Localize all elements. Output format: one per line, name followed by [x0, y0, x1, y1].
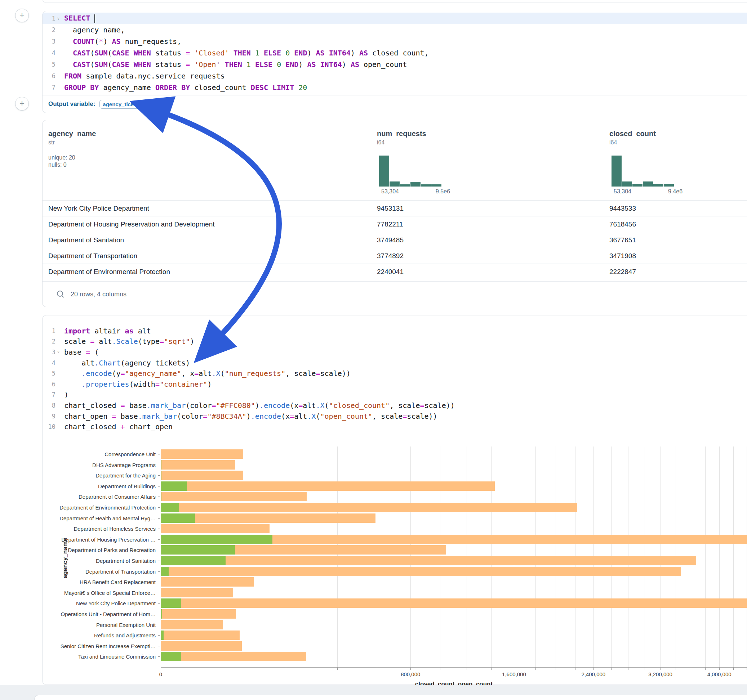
bar-closed-count[interactable]: [161, 460, 235, 469]
y-axis-label: Taxi and Limousine Commission: [42, 654, 156, 659]
code-line-3[interactable]: 3∨base = (: [42, 347, 747, 358]
bar-closed-count[interactable]: [161, 471, 243, 480]
bar-open-count[interactable]: [161, 652, 181, 661]
add-cell-button-top[interactable]: +: [15, 9, 29, 22]
bar-open-count[interactable]: [161, 599, 181, 608]
bar-open-count[interactable]: [161, 460, 162, 469]
bar-closed-count[interactable]: [161, 588, 233, 597]
bar-closed-count[interactable]: [161, 599, 747, 608]
y-axis-label: Department of Consumer Affairs: [42, 494, 156, 499]
column-stat: nulls: 0: [48, 162, 96, 168]
line-number: 4: [42, 49, 56, 57]
code-text: alt.Chart(agency_tickets): [61, 359, 190, 367]
bar-closed-count[interactable]: [161, 652, 306, 661]
output-variable-pill[interactable]: agency_tickets: [100, 100, 144, 109]
table-body: New York City Police Department945313194…: [42, 200, 747, 282]
result-table: agency_namestrunique: 20nulls: 0num_requ…: [42, 120, 747, 307]
bar-open-count[interactable]: [161, 492, 162, 501]
bar-open-count[interactable]: [161, 471, 162, 480]
add-cell-button-output[interactable]: +: [15, 97, 29, 110]
column-type: i64: [377, 139, 426, 146]
code-line-9[interactable]: 9chart_open = base.mark_bar(color="#8BC3…: [42, 411, 747, 422]
line-number: 4: [42, 359, 56, 367]
y-axis-tick: [158, 539, 160, 540]
y-axis-tick: [158, 656, 160, 657]
code-text: chart_closed + chart_open: [61, 422, 172, 431]
table-cell: 9443533: [609, 205, 747, 213]
bar-open-count[interactable]: [161, 545, 235, 555]
code-text: import altair as alt: [61, 327, 151, 335]
x-axis-tick-label: 800,000: [401, 671, 420, 677]
bar-closed-count[interactable]: [161, 641, 242, 651]
histogram-max-label: 9.4e6: [668, 188, 682, 195]
bar-closed-count[interactable]: [161, 631, 240, 640]
code-line-5[interactable]: 5 CAST(SUM(CASE WHEN status = 'Open' THE…: [42, 59, 747, 70]
bar-closed-count[interactable]: [161, 450, 243, 459]
column-header-num_requests[interactable]: num_requestsi64: [377, 130, 426, 146]
code-line-1[interactable]: 1import altair as alt: [42, 326, 747, 336]
code-line-1[interactable]: 1∨SELECT: [42, 13, 747, 24]
column-header-closed_count[interactable]: closed_counti64: [609, 130, 656, 146]
bar-open-count[interactable]: [161, 556, 225, 565]
bar-closed-count[interactable]: [161, 620, 223, 629]
bar-closed-count[interactable]: [161, 577, 254, 587]
sql-code-editor[interactable]: 1∨SELECT 2 agency_name,3 COUNT(*) AS num…: [42, 13, 747, 93]
x-axis-tick: [575, 668, 576, 670]
table-row[interactable]: Department of Transportation377489234719…: [42, 248, 747, 264]
y-axis-label: Department of Health and Mental Hyg…: [42, 516, 156, 521]
bar-open-count[interactable]: [161, 609, 162, 619]
y-axis-label: Correspondence Unit: [42, 451, 156, 457]
code-text: SELECT: [61, 14, 95, 23]
table-row[interactable]: Department of Housing Preservation and D…: [42, 216, 747, 232]
bar-closed-count[interactable]: [161, 556, 696, 565]
code-line-7[interactable]: 7GROUP BY agency_name ORDER BY closed_co…: [42, 82, 747, 93]
code-line-4[interactable]: 4 CAST(SUM(CASE WHEN status = 'Closed' T…: [42, 47, 747, 59]
bar-open-count[interactable]: [161, 567, 169, 576]
y-axis-tick: [158, 625, 160, 625]
code-text: FROM sample_data.nyc.service_requests: [61, 72, 225, 80]
bar-closed-count[interactable]: [161, 609, 236, 619]
y-axis-label: Department of Buildings: [42, 484, 156, 489]
column-header-agency_name[interactable]: agency_namestrunique: 20nulls: 0: [48, 130, 96, 168]
python-code-editor[interactable]: 1import altair as alt2scale = alt.Scale(…: [42, 326, 747, 432]
y-axis-label: Mayorâ€ s Office of Special Enforce…: [42, 590, 156, 596]
bar-closed-count[interactable]: [161, 524, 269, 533]
code-line-4[interactable]: 4 alt.Chart(agency_tickets): [42, 358, 747, 368]
x-axis-tick: [491, 668, 491, 670]
x-axis-tick: [691, 668, 691, 670]
code-line-2[interactable]: 2 agency_name,: [42, 24, 747, 36]
y-axis-label: Senior Citizen Rent Increase Exempti…: [42, 643, 156, 649]
y-axis-tick: [158, 550, 160, 550]
code-line-7[interactable]: 7): [42, 389, 747, 400]
bar-open-count[interactable]: [161, 631, 163, 640]
code-line-6[interactable]: 6FROM sample_data.nyc.service_requests: [42, 70, 747, 82]
line-number: 3: [42, 38, 56, 45]
bar-closed-count[interactable]: [161, 503, 577, 512]
bar-open-count[interactable]: [161, 503, 179, 512]
bar-open-count[interactable]: [161, 535, 272, 544]
code-line-6[interactable]: 6 .properties(width="container"): [42, 379, 747, 389]
table-row[interactable]: New York City Police Department945313194…: [42, 200, 747, 216]
x-axis-tick: [611, 668, 611, 670]
x-axis-tick: [535, 668, 536, 670]
code-line-8[interactable]: 8chart_closed = base.mark_bar(color="#FF…: [42, 400, 747, 411]
bar-closed-count[interactable]: [161, 481, 495, 491]
bar-open-count[interactable]: [161, 513, 195, 523]
table-row[interactable]: Department of Sanitation37494853677651: [42, 232, 747, 248]
x-axis-tick-label: 3,200,000: [648, 671, 672, 677]
table-row[interactable]: Department of Environmental Protection22…: [42, 264, 747, 280]
line-number: 1: [42, 15, 56, 22]
table-cell: Department of Housing Preservation and D…: [42, 220, 377, 228]
bar-open-count[interactable]: [161, 481, 187, 491]
code-line-5[interactable]: 5 .encode(y="agency_name", x=alt.X("num_…: [42, 368, 747, 379]
fold-chevron-icon[interactable]: ∨: [56, 350, 61, 355]
code-line-3[interactable]: 3 COUNT(*) AS num_requests,: [42, 36, 747, 47]
fold-chevron-icon[interactable]: ∨: [56, 16, 61, 21]
bar-closed-count[interactable]: [161, 492, 307, 501]
search-icon[interactable]: [57, 291, 64, 298]
bar-closed-count[interactable]: [161, 567, 681, 576]
code-line-10[interactable]: 10chart_closed + chart_open: [42, 421, 747, 432]
x-axis-tick: [661, 668, 661, 670]
code-line-2[interactable]: 2scale = alt.Scale(type="sqrt"): [42, 336, 747, 347]
gridline: [719, 447, 720, 667]
